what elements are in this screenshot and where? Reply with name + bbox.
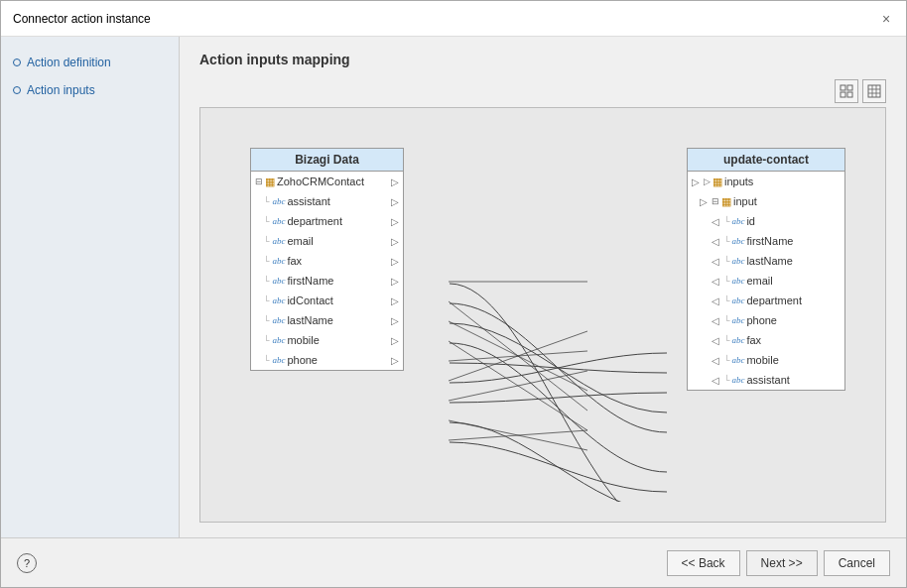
expand-icon[interactable]: ⊟ — [255, 176, 263, 186]
left-row-fax: └ abc fax ▷ — [251, 251, 403, 271]
svg-rect-3 — [847, 92, 852, 97]
type-icon: abc — [272, 295, 285, 305]
content-area: Action definition Action inputs Action i… — [1, 37, 906, 537]
main-content: Action inputs mapping — [180, 37, 906, 537]
type-icon: abc — [731, 355, 744, 365]
left-row-phone: └ abc phone ▷ — [251, 350, 403, 370]
right-field-department: department — [746, 294, 802, 306]
line-icon: └ — [263, 216, 269, 226]
svg-line-15 — [449, 371, 587, 401]
type-icon: abc — [731, 315, 744, 325]
table-icon: ▦ — [713, 176, 722, 188]
line-icon: └ — [723, 236, 729, 246]
arrow-in: ◁ — [712, 236, 719, 247]
arrow-out: ▷ — [391, 335, 399, 346]
page-title: Action inputs mapping — [199, 52, 886, 67]
left-field-assistant: assistant — [287, 195, 329, 207]
update-contact-table: update-contact ▷ ▷ ▦ inputs ▷ ⊟ — [687, 148, 845, 391]
type-icon: abc — [272, 315, 285, 325]
type-icon: abc — [731, 216, 744, 226]
type-icon: abc — [272, 335, 285, 345]
right-row-assistant: ◁ └ abc assistant — [688, 370, 844, 390]
sidebar-item-action-definition[interactable]: Action definition — [11, 52, 169, 73]
right-row-fax: ◁ └ abc fax — [688, 330, 844, 350]
main-window: Connector action instance × Action defin… — [0, 0, 907, 588]
close-button[interactable]: × — [878, 11, 894, 27]
arrow-out: ▷ — [391, 295, 399, 306]
left-row-assistant: └ abc assistant ▷ — [251, 191, 403, 211]
type-icon: abc — [731, 256, 744, 266]
type-icon: abc — [272, 216, 285, 226]
right-field-assistant: assistant — [746, 374, 789, 386]
sidebar-label-action-inputs: Action inputs — [27, 83, 95, 97]
mapping-area: Bizagi Data ⊟ ▦ ZohoCRMContact ▷ └ — [199, 107, 886, 523]
back-button[interactable]: << Back — [667, 550, 740, 576]
line-icon: └ — [263, 295, 269, 305]
left-row-lastname: └ abc lastName ▷ — [251, 310, 403, 330]
type-icon: abc — [272, 355, 285, 365]
left-field-phone: phone — [287, 354, 318, 366]
type-icon: abc — [272, 196, 285, 206]
left-row-zohocrm: ⊟ ▦ ZohoCRMContact ▷ — [251, 172, 403, 191]
type-icon: abc — [731, 375, 744, 385]
arrow-in: ◁ — [712, 295, 719, 306]
type-icon: abc — [272, 236, 285, 246]
expand-icon[interactable]: ⊟ — [712, 196, 719, 206]
right-field-input: input — [733, 195, 757, 207]
line-icon: └ — [723, 216, 729, 226]
cancel-button[interactable]: Cancel — [824, 550, 890, 576]
mapping-wrapper: Bizagi Data ⊟ ▦ ZohoCRMContact ▷ └ — [220, 128, 865, 502]
right-row-mobile: ◁ └ abc mobile — [688, 350, 844, 370]
right-row-department: ◁ └ abc department — [688, 291, 844, 310]
table-icon: ▦ — [721, 195, 731, 208]
expand-icon[interactable]: ▷ — [704, 176, 711, 186]
arrow-in: ◁ — [712, 315, 719, 326]
right-field-email: email — [746, 275, 772, 287]
arrow-in: ◁ — [712, 375, 719, 386]
right-field-fax: fax — [746, 334, 761, 346]
right-table: update-contact ▷ ▷ ▦ inputs ▷ ⊟ — [687, 148, 845, 391]
line-icon: └ — [723, 375, 729, 385]
next-button[interactable]: Next >> — [746, 550, 818, 576]
svg-rect-0 — [841, 85, 845, 90]
line-icon: └ — [263, 236, 269, 246]
svg-line-17 — [449, 430, 587, 440]
layout-button[interactable] — [835, 79, 858, 103]
line-icon: └ — [723, 276, 729, 286]
arrow-in: ▷ — [700, 196, 708, 207]
left-field-department: department — [287, 215, 342, 227]
bottom-bar: ? << Back Next >> Cancel — [1, 537, 906, 587]
grid-icon — [867, 84, 881, 98]
line-icon: └ — [263, 335, 269, 345]
left-field-zohocrm: ZohoCRMContact — [277, 176, 364, 187]
type-icon: abc — [731, 236, 744, 246]
left-row-mobile: └ abc mobile ▷ — [251, 330, 403, 350]
arrow-in: ◁ — [712, 335, 719, 346]
left-row-email: └ abc email ▷ — [251, 231, 403, 251]
type-icon: abc — [272, 256, 285, 266]
left-row-department: └ abc department ▷ — [251, 211, 403, 231]
line-icon: └ — [263, 196, 269, 206]
line-icon: └ — [723, 335, 729, 345]
arrow-out: ▷ — [391, 216, 399, 227]
right-row-inputs: ▷ ▷ ▦ inputs — [688, 172, 844, 191]
right-field-mobile: mobile — [746, 354, 778, 366]
line-icon: └ — [263, 315, 269, 325]
right-row-firstname: ◁ └ abc firstName — [688, 231, 844, 251]
arrow-in: ◁ — [712, 276, 719, 287]
grid-button[interactable] — [862, 79, 886, 103]
left-field-email: email — [287, 235, 313, 247]
line-icon: └ — [723, 256, 729, 266]
svg-rect-1 — [847, 85, 852, 90]
svg-rect-2 — [841, 92, 845, 97]
right-row-lastname: ◁ └ abc lastName — [688, 251, 844, 271]
table-icon: ▦ — [265, 176, 275, 188]
arrow-in: ◁ — [712, 256, 719, 267]
update-contact-header: update-contact — [688, 149, 844, 172]
help-button[interactable]: ? — [17, 553, 37, 573]
title-bar: Connector action instance × — [1, 1, 906, 37]
window-title: Connector action instance — [13, 12, 151, 26]
left-field-mobile: mobile — [287, 334, 319, 346]
right-field-lastname: lastName — [746, 255, 792, 267]
sidebar-item-action-inputs[interactable]: Action inputs — [11, 79, 169, 101]
